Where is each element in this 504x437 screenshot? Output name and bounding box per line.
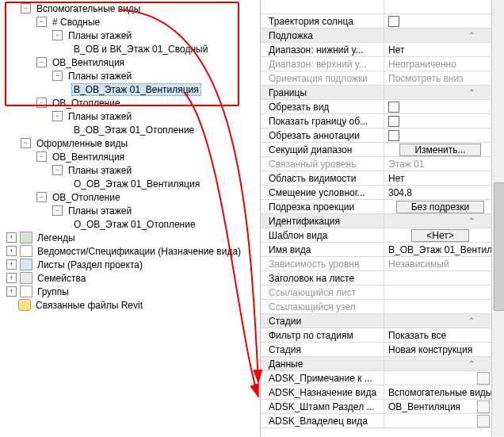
tree-node-ov-vent[interactable]: ОВ_Вентиляция	[6, 150, 258, 163]
tree-label: Семейства	[35, 273, 88, 284]
prop-row-scope[interactable]: Область видимостиНет	[261, 171, 492, 186]
tree-node-plans[interactable]: Планы этажей	[6, 109, 258, 123]
prop-key: Смещение условног...	[261, 187, 384, 198]
prop-value[interactable]: В_ОВ_Этаж 01_Вентил...	[384, 243, 492, 256]
tree-leaf[interactable]: В_ОВ_Этаж 01_Отопление	[6, 123, 258, 136]
prop-row-crop-view[interactable]: Обрезать вид	[261, 100, 492, 114]
prop-row-range-bottom[interactable]: Диапазон: нижний у...Нет	[261, 43, 492, 57]
checkbox[interactable]	[388, 16, 399, 27]
tree-node-sheets[interactable]: Листы (Раздел проекта)	[6, 258, 258, 271]
prop-header-label: Подложка	[261, 30, 384, 41]
prop-value[interactable]: Новая конструкция	[384, 343, 492, 356]
tree-node-groups[interactable]: Группы	[6, 285, 258, 298]
prop-value[interactable]: 304,8	[384, 186, 492, 199]
prop-row-ref-sheet: Ссылающийся лист	[261, 286, 492, 300]
prop-key: Диапазон: нижний у...	[261, 44, 384, 56]
prop-value[interactable]: Вспомогательные виды	[388, 387, 492, 398]
param-button-icon[interactable]	[477, 401, 490, 413]
prop-key: ADSK_Штамп Раздел ...	[261, 401, 384, 412]
tree-node-schedules[interactable]: Ведомости/Спецификации (Назначение вида)	[6, 244, 258, 258]
scrollbar[interactable]	[491, 0, 504, 436]
tree-leaf[interactable]: О_ОВ_Этаж 01_Вентиляция	[6, 177, 258, 190]
prop-row-adsk-owner[interactable]: ADSK_Владелец вида	[261, 414, 492, 428]
expander-icon[interactable]	[6, 246, 17, 256]
edit-button[interactable]: <Нет>	[411, 229, 468, 242]
prop-row-sec-range[interactable]: Секущий диапазонИзменить...	[261, 143, 492, 157]
prop-value[interactable]: Нет	[384, 43, 492, 56]
prop-row-title-sheet[interactable]: Заголовок на листе	[261, 271, 492, 286]
tree-node-ov-otop[interactable]: ОВ_Отопление	[6, 190, 258, 204]
prop-value[interactable]: Нет	[384, 171, 492, 185]
expander-icon[interactable]	[6, 273, 17, 283]
collapse-icon[interactable]: ⌃	[468, 359, 475, 368]
expander-icon[interactable]	[36, 151, 47, 162]
sheets-icon	[20, 259, 32, 270]
checkbox[interactable]	[388, 130, 399, 141]
prop-row-phase-filter[interactable]: Фильтр по стадиямПоказать все	[261, 328, 492, 343]
prop-value[interactable]: ОВ_Вентиляция	[388, 401, 477, 412]
prop-row-phase[interactable]: СтадияНовая конструкция	[261, 343, 492, 357]
prop-row-view-name[interactable]: Имя видаВ_ОВ_Этаж 01_Вентил...	[261, 243, 492, 257]
tree-node-plans[interactable]: Планы этажей	[6, 204, 258, 217]
prop-value: Неограниченно	[384, 57, 492, 71]
edit-button[interactable]: Изменить...	[399, 144, 480, 156]
expander-icon[interactable]	[6, 259, 17, 270]
properties-panel[interactable]: Траектория солнца Подложка⌃ Диапазон: ни…	[260, 0, 504, 436]
prop-key: Ссылающийся лист	[261, 287, 384, 298]
prop-key: Область видимости	[261, 173, 384, 184]
prop-row-assoc-level: Связанный уровеньЭтаж 01	[261, 157, 492, 171]
expander-icon[interactable]	[6, 232, 17, 243]
tree-node-legends[interactable]: Легенды	[6, 231, 258, 244]
prop-row-proj-crop[interactable]: Подрезка проекцииБез подрезки	[261, 200, 492, 214]
prop-row-sun-trajectory[interactable]: Траектория солнца	[261, 14, 492, 29]
prop-row-offset[interactable]: Смещение условног...304,8	[261, 186, 492, 200]
tree-node-oformlennye[interactable]: Оформленные виды	[6, 136, 258, 150]
param-button-icon[interactable]	[477, 415, 490, 427]
checkbox[interactable]	[388, 116, 399, 127]
edit-button[interactable]: Без подрезки	[396, 201, 485, 213]
expander-icon[interactable]	[21, 138, 31, 148]
tree-label: О_ОВ_Этаж 01_Отопление	[71, 219, 198, 230]
tree-leaf[interactable]: О_ОВ_Этаж 01_Отопление	[6, 217, 258, 231]
collapse-icon[interactable]: ⌃	[468, 31, 475, 40]
tree-label: ОВ_Вентиляция	[50, 151, 127, 163]
tree-label: Планы этажей	[66, 165, 134, 176]
expander-icon[interactable]	[52, 111, 63, 121]
expander-icon[interactable]	[52, 165, 63, 175]
link-icon	[18, 299, 31, 311]
prop-value[interactable]	[384, 271, 492, 285]
legends-icon	[20, 232, 32, 243]
prop-row-show-crop[interactable]: Показать границу об...	[261, 114, 492, 128]
prop-row-ref-node: Ссылающийся узел	[261, 300, 492, 314]
prop-value: Независимый	[384, 257, 492, 270]
prop-key: Показать границу об...	[261, 116, 384, 127]
collapse-icon[interactable]: ⌃	[468, 88, 475, 97]
tree-node-plans[interactable]: Планы этажей	[6, 163, 258, 177]
collapse-icon[interactable]: ⌃	[468, 316, 475, 325]
expander-icon[interactable]	[36, 192, 47, 202]
checkbox[interactable]	[388, 102, 399, 113]
prop-header-identification[interactable]: Идентификация⌃	[261, 214, 492, 228]
prop-header-phases[interactable]: Стадии⌃	[261, 314, 492, 328]
prop-row-dep-level: Зависимость уровняНезависимый	[261, 257, 492, 271]
prop-row-anno-crop[interactable]: Обрезать аннотации	[261, 128, 492, 143]
prop-key: Шаблон вида	[261, 230, 384, 241]
expander-icon[interactable]	[6, 286, 17, 297]
scrollbar-thumb[interactable]	[494, 182, 504, 311]
tree-node-links[interactable]: Связанные файлы Revit	[6, 298, 258, 312]
prop-header-underlay[interactable]: Подложка⌃	[261, 29, 492, 43]
prop-key: ADSK_Примечание к ...	[261, 373, 384, 384]
tree-node-families[interactable]: Семейства	[6, 271, 258, 285]
prop-key: ADSK_Владелец вида	[261, 416, 384, 427]
prop-header-bounds[interactable]: Границы⌃	[261, 86, 492, 100]
collapse-icon[interactable]: ⌃	[468, 217, 475, 225]
param-button-icon[interactable]	[477, 372, 490, 385]
prop-header-data[interactable]: Данные⌃	[261, 357, 492, 371]
prop-row-adsk-stamp[interactable]: ADSK_Штамп Раздел ...ОВ_Вентиляция	[261, 400, 492, 414]
prop-value[interactable]: Показать все	[384, 328, 492, 342]
expander-icon[interactable]	[52, 205, 63, 216]
prop-row-view-template[interactable]: Шаблон вида<Нет>	[261, 228, 492, 243]
prop-row-adsk-naznachenie[interactable]: ADSK_Назначение видаВспомогательные виды	[261, 385, 492, 400]
prop-key: Обрезать вид	[261, 102, 384, 113]
prop-row-adsk-note[interactable]: ADSK_Примечание к ...	[261, 371, 492, 385]
